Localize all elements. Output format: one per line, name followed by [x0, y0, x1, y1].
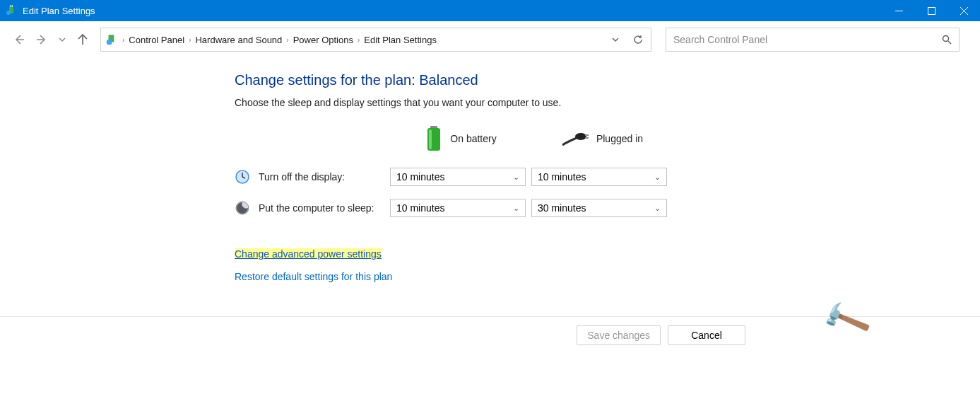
row-sleep-label: Put the computer to sleep:: [235, 200, 390, 216]
svg-rect-17: [429, 129, 432, 149]
address-history-button[interactable]: [611, 35, 620, 44]
restore-defaults-link[interactable]: Restore default settings for this plan: [235, 271, 392, 282]
column-battery: On battery: [390, 122, 531, 155]
title-bar: Edit Plan Settings: [0, 0, 980, 21]
display-timer-icon: [235, 169, 250, 185]
address-bar[interactable]: › Control Panel › Hardware and Sound › P…: [100, 28, 651, 52]
breadcrumb-item[interactable]: Hardware and Sound: [195, 35, 282, 45]
chevron-down-icon: ⌄: [513, 173, 519, 182]
control-panel-icon: [105, 33, 118, 46]
svg-rect-20: [585, 137, 589, 139]
minimize-button[interactable]: [882, 0, 915, 21]
recent-locations-button[interactable]: [58, 35, 66, 44]
search-box[interactable]: [666, 28, 960, 52]
sleep-plugged-select[interactable]: 30 minutes ⌄: [531, 199, 667, 217]
sleep-battery-select[interactable]: 10 minutes ⌄: [390, 199, 526, 217]
column-battery-label: On battery: [450, 133, 496, 144]
page-heading: Change settings for the plan: Balanced: [235, 72, 980, 88]
cancel-button[interactable]: Cancel: [668, 325, 745, 345]
svg-point-12: [107, 39, 112, 45]
battery-icon: [425, 125, 443, 153]
chevron-right-icon: ›: [286, 36, 288, 44]
svg-point-3: [6, 11, 11, 15]
column-plugged-label: Plugged in: [596, 133, 643, 144]
page-subtext: Choose the sleep and display settings th…: [235, 97, 980, 108]
display-battery-select[interactable]: 10 minutes ⌄: [390, 168, 526, 186]
display-plugged-select[interactable]: 10 minutes ⌄: [531, 168, 667, 186]
forward-button[interactable]: [35, 33, 48, 46]
breadcrumb-item[interactable]: Power Options: [293, 35, 353, 45]
sleep-moon-icon: [235, 200, 250, 216]
navigation-bar: › Control Panel › Hardware and Sound › P…: [0, 21, 980, 52]
breadcrumb-item[interactable]: Control Panel: [129, 35, 184, 45]
breadcrumb-item[interactable]: Edit Plan Settings: [364, 35, 437, 45]
chevron-right-icon: ›: [122, 36, 124, 44]
window-controls: [882, 0, 980, 21]
close-button[interactable]: [947, 0, 980, 21]
back-button[interactable]: [13, 33, 25, 46]
footer-buttons: Save changes Cancel: [0, 317, 980, 354]
chevron-down-icon: ⌄: [654, 173, 661, 182]
main-content: Change settings for the plan: Balanced C…: [0, 52, 980, 301]
maximize-button[interactable]: [915, 0, 947, 21]
svg-rect-2: [12, 5, 13, 7]
svg-line-14: [948, 41, 951, 44]
links-section: Change advanced power settings Restore d…: [235, 248, 980, 294]
svg-rect-5: [928, 7, 935, 14]
svg-point-13: [943, 36, 949, 42]
save-changes-button[interactable]: Save changes: [577, 325, 661, 345]
power-plan-icon: [6, 5, 17, 16]
chevron-down-icon: ⌄: [513, 204, 519, 213]
search-input[interactable]: [673, 34, 942, 45]
advanced-power-settings-link[interactable]: Change advanced power settings: [235, 248, 382, 260]
row-display-label: Turn off the display:: [235, 169, 390, 185]
svg-rect-19: [585, 134, 589, 136]
search-icon: [942, 35, 952, 45]
chevron-down-icon: ⌄: [654, 204, 661, 213]
settings-grid: On battery Plugged in Turn off the displ…: [235, 122, 980, 217]
up-button[interactable]: [76, 33, 89, 46]
chevron-right-icon: ›: [358, 36, 360, 44]
svg-rect-1: [10, 5, 11, 7]
svg-point-18: [575, 133, 586, 140]
plug-icon: [561, 129, 589, 148]
chevron-right-icon: ›: [189, 36, 191, 44]
refresh-button[interactable]: [632, 34, 644, 45]
column-plugged: Plugged in: [531, 122, 673, 155]
window-title: Edit Plan Settings: [23, 6, 95, 16]
